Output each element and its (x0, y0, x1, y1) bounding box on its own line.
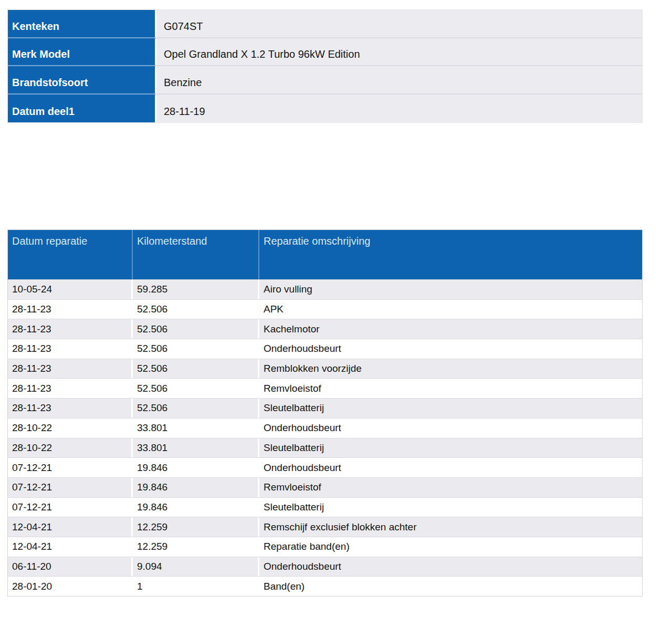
repair-description-cell: Sleutelbatterij (259, 498, 642, 517)
repair-description-cell: Reparatie band(en) (259, 537, 642, 557)
repair-odometer-cell: 33.801 (133, 438, 259, 458)
repair-row: 07-12-2119.846Sleutelbatterij (8, 497, 642, 517)
repair-row: 28-01-201Band(en) (8, 576, 642, 596)
repair-date-cell: 28-11-23 (8, 339, 133, 359)
repair-description-cell: Onderhoudsbeurt (259, 458, 642, 477)
repair-odometer-cell: 59.285 (133, 280, 259, 299)
repair-row: 28-11-2352.506Sleutelbatterij (8, 398, 642, 418)
repair-column-header: Reparatie omschrijving (259, 230, 642, 279)
repair-row: 12-04-2112.259Remschijf exclusief blokke… (8, 517, 642, 537)
repair-date-cell: 10-05-24 (8, 280, 133, 299)
vehicle-field-label: Merk Model (8, 38, 156, 67)
repair-odometer-cell: 19.846 (133, 458, 259, 477)
repair-date-cell: 12-04-21 (8, 517, 133, 537)
repair-history-table: Datum reparatieKilometerstandReparatie o… (7, 229, 643, 597)
repair-description-cell: Sleutelbatterij (259, 399, 642, 418)
repair-description-cell: Remvloeistof (259, 478, 642, 497)
repair-date-cell: 28-10-22 (8, 419, 133, 438)
repair-date-cell: 07-12-21 (8, 478, 133, 497)
repair-row: 07-12-2119.846Onderhoudsbeurt (8, 457, 642, 477)
repair-odometer-cell: 12.259 (133, 537, 259, 557)
repair-row: 28-10-2233.801Onderhoudsbeurt (8, 418, 642, 438)
repair-table-header-row: Datum reparatieKilometerstandReparatie o… (8, 230, 642, 279)
repair-date-cell: 06-11-20 (8, 557, 133, 577)
repair-row: 28-11-2352.506Remvloeistof (8, 378, 642, 398)
repair-odometer-cell: 52.506 (133, 399, 259, 418)
repair-description-cell: Kachelmotor (259, 319, 642, 339)
repair-date-cell: 28-11-23 (8, 359, 133, 379)
repair-description-cell: Onderhoudsbeurt (259, 339, 642, 359)
vehicle-info-row: BrandstofsoortBenzine (8, 66, 642, 95)
repair-odometer-cell: 52.506 (133, 379, 259, 398)
repair-odometer-cell: 33.801 (133, 419, 259, 438)
repair-description-cell: APK (259, 300, 642, 319)
repair-date-cell: 28-11-23 (8, 300, 133, 319)
repair-row: 28-11-2352.506Remblokken voorzijde (8, 359, 642, 379)
repair-odometer-cell: 1 (133, 577, 259, 596)
repair-row: 07-12-2119.846Remvloeistof (8, 477, 642, 497)
repair-description-cell: Airo vulling (259, 280, 642, 299)
repair-odometer-cell: 52.506 (133, 359, 259, 379)
repair-odometer-cell: 12.259 (133, 517, 259, 537)
repair-row: 28-11-2352.506Kachelmotor (8, 319, 642, 339)
repair-date-cell: 12-04-21 (8, 537, 133, 557)
repair-row: 12-04-2112.259Reparatie band(en) (8, 537, 642, 557)
vehicle-info-row: KentekenG074ST (8, 10, 642, 38)
repair-row: 28-11-2352.506APK (8, 299, 642, 319)
repair-date-cell: 07-12-21 (8, 498, 133, 517)
vehicle-info-table: KentekenG074STMerk ModelOpel Grandland X… (7, 9, 643, 123)
repair-table-body: 10-05-2459.285Airo vulling28-11-2352.506… (8, 279, 642, 596)
repair-description-cell: Sleutelbatterij (259, 438, 642, 458)
vehicle-field-value: G074ST (156, 10, 642, 38)
repair-description-cell: Remschijf exclusief blokken achter (259, 517, 642, 537)
repair-odometer-cell: 9.094 (133, 557, 259, 577)
repair-date-cell: 28-11-23 (8, 319, 133, 339)
repair-date-cell: 28-11-23 (8, 379, 133, 398)
repair-date-cell: 28-11-23 (8, 399, 133, 418)
repair-row: 28-10-2233.801Sleutelbatterij (8, 438, 642, 458)
repair-row: 10-05-2459.285Airo vulling (8, 279, 642, 299)
repair-description-cell: Remblokken voorzijde (259, 359, 642, 379)
repair-date-cell: 28-01-20 (8, 577, 133, 596)
repair-odometer-cell: 52.506 (133, 339, 259, 359)
repair-description-cell: Band(en) (259, 577, 642, 596)
vehicle-field-value: Benzine (156, 66, 642, 95)
repair-column-header: Datum reparatie (8, 230, 133, 279)
repair-column-header: Kilometerstand (133, 230, 259, 279)
vehicle-field-label: Brandstofsoort (8, 66, 156, 95)
vehicle-field-label: Kenteken (8, 10, 156, 38)
repair-odometer-cell: 52.506 (133, 319, 259, 339)
repair-odometer-cell: 52.506 (133, 300, 259, 319)
vehicle-info-row: Merk ModelOpel Grandland X 1.2 Turbo 96k… (8, 38, 642, 67)
repair-description-cell: Remvloeistof (259, 379, 642, 398)
repair-odometer-cell: 19.846 (133, 478, 259, 497)
vehicle-field-value: Opel Grandland X 1.2 Turbo 96kW Edition (156, 38, 642, 67)
vehicle-info-row: Datum deel128-11-19 (8, 95, 642, 123)
vehicle-field-value: 28-11-19 (156, 95, 642, 123)
repair-description-cell: Onderhoudsbeurt (259, 557, 642, 577)
repair-description-cell: Onderhoudsbeurt (259, 419, 642, 438)
repair-odometer-cell: 19.846 (133, 498, 259, 517)
vehicle-field-label: Datum deel1 (8, 95, 156, 123)
repair-date-cell: 28-10-22 (8, 438, 133, 458)
repair-row: 06-11-209.094Onderhoudsbeurt (8, 557, 642, 577)
repair-row: 28-11-2352.506Onderhoudsbeurt (8, 339, 642, 359)
repair-date-cell: 07-12-21 (8, 458, 133, 477)
